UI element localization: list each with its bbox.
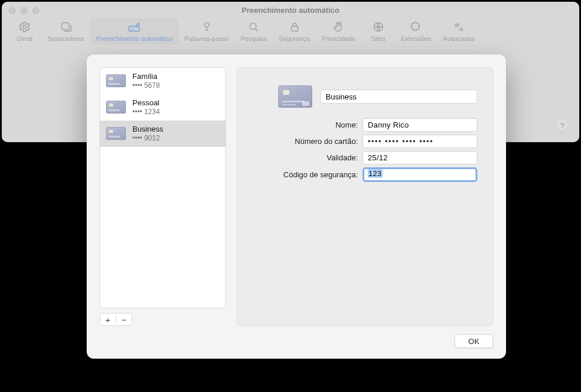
credit-card-icon bbox=[106, 101, 126, 114]
card-expiry-field[interactable] bbox=[363, 151, 477, 164]
cvc-label: Código de segurança: bbox=[252, 170, 358, 179]
card-masked-number: •••• 5678 bbox=[132, 81, 160, 90]
lock-icon bbox=[288, 20, 301, 33]
window-title: Preenchimento automático bbox=[2, 6, 579, 15]
credit-card-list[interactable]: Família •••• 5678 Pessoal •••• 1234 Busi… bbox=[100, 67, 226, 308]
card-list-item[interactable]: Business •••• 9012 bbox=[100, 121, 225, 147]
toolbar-label: Avançadas bbox=[443, 35, 474, 42]
svg-point-8 bbox=[460, 29, 463, 31]
close-window-icon[interactable] bbox=[9, 7, 16, 14]
toolbar-item-tabs[interactable]: Separadores bbox=[42, 18, 90, 44]
card-masked-number: •••• 9012 bbox=[132, 134, 163, 142]
toolbar-item-autofill[interactable]: Preenchimento automático bbox=[90, 18, 179, 44]
svg-rect-1 bbox=[61, 23, 69, 30]
toolbar-item-extensions[interactable]: Extensões bbox=[395, 18, 437, 44]
svg-rect-5 bbox=[291, 26, 298, 31]
toolbar-label: Separadores bbox=[47, 35, 84, 42]
credit-card-icon bbox=[106, 74, 126, 87]
autofill-pencil-icon bbox=[128, 20, 141, 33]
gears-icon bbox=[452, 20, 465, 33]
ok-button[interactable]: OK bbox=[454, 334, 493, 348]
add-card-button[interactable]: + bbox=[100, 314, 116, 325]
traffic-lights bbox=[9, 7, 39, 14]
expiry-label: Validade: bbox=[252, 153, 358, 162]
key-icon bbox=[200, 20, 213, 33]
card-name: Pessoal bbox=[132, 98, 160, 108]
zoom-window-icon[interactable] bbox=[32, 7, 39, 14]
help-button[interactable]: ? bbox=[556, 119, 569, 132]
gear-icon bbox=[18, 20, 31, 33]
name-label: Nome: bbox=[252, 121, 358, 129]
toolbar-label: Extensões bbox=[401, 35, 431, 42]
toolbar-item-passwords[interactable]: Palavras-passe bbox=[179, 18, 235, 44]
number-label: Número do cartão: bbox=[252, 137, 358, 146]
toolbar-item-search[interactable]: Pesquisa bbox=[235, 18, 273, 44]
card-detail-pane: Nome: Número do cartão: Validade: Código… bbox=[237, 67, 493, 326]
tabs-icon bbox=[60, 20, 73, 33]
toolbar-item-general[interactable]: Geral bbox=[8, 18, 42, 44]
card-list-item[interactable]: Família •••• 5678 bbox=[100, 68, 225, 94]
minimize-window-icon[interactable] bbox=[20, 7, 28, 14]
svg-point-0 bbox=[23, 25, 26, 29]
toolbar-item-security[interactable]: Segurança bbox=[273, 18, 316, 44]
toolbar-label: Sites bbox=[371, 35, 385, 42]
search-icon bbox=[247, 20, 260, 33]
card-cvc-field[interactable]: 123 bbox=[363, 167, 477, 182]
toolbar-label: Geral bbox=[17, 35, 33, 42]
svg-point-4 bbox=[250, 23, 257, 30]
remove-card-button[interactable]: − bbox=[117, 314, 132, 325]
puzzle-icon bbox=[409, 20, 422, 33]
credit-cards-sheet: Família •••• 5678 Pessoal •••• 1234 Busi… bbox=[87, 54, 506, 359]
cardholder-name-field[interactable] bbox=[363, 118, 477, 132]
svg-point-7 bbox=[456, 24, 458, 26]
credit-card-icon bbox=[106, 127, 126, 140]
toolbar-label: Preenchimento automático bbox=[96, 35, 173, 42]
titlebar: Preenchimento automático bbox=[2, 2, 579, 18]
card-description-field[interactable] bbox=[320, 90, 477, 104]
credit-card-large-icon bbox=[278, 85, 312, 108]
sheet-footer: OK bbox=[100, 334, 493, 348]
card-masked-number: •••• 1234 bbox=[132, 108, 160, 116]
toolbar-label: Segurança bbox=[279, 35, 310, 42]
toolbar-label: Palavras-passe bbox=[184, 35, 229, 42]
svg-point-3 bbox=[204, 23, 209, 27]
card-list-item[interactable]: Pessoal •••• 1234 bbox=[100, 94, 225, 121]
toolbar-label: Privacidade bbox=[322, 35, 355, 42]
card-name: Família bbox=[132, 72, 160, 81]
globe-icon bbox=[372, 20, 385, 33]
list-add-remove-buttons: + − bbox=[100, 313, 132, 326]
card-number-field[interactable] bbox=[363, 135, 477, 148]
card-name: Business bbox=[132, 125, 163, 134]
toolbar-item-sites[interactable]: Sites bbox=[361, 18, 395, 44]
toolbar-label: Pesquisa bbox=[241, 35, 267, 42]
toolbar-item-privacy[interactable]: Privacidade bbox=[316, 18, 361, 44]
hand-icon bbox=[332, 20, 345, 33]
toolbar-item-advanced[interactable]: Avançadas bbox=[437, 18, 480, 44]
preferences-toolbar: Geral Separadores Preenchimento automáti… bbox=[2, 18, 579, 52]
